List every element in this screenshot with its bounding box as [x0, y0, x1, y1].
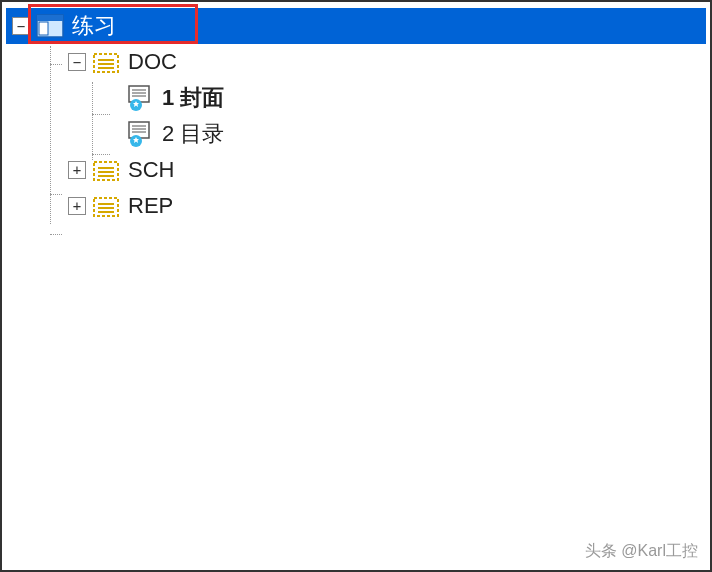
tree-item-doc-label: DOC	[128, 49, 177, 75]
project-tree: − 练习 − DOC	[2, 2, 710, 230]
tree-item-rep-label: REP	[128, 193, 173, 219]
svg-rect-1	[37, 15, 63, 21]
tree-item-sch-label: SCH	[128, 157, 174, 183]
tree-item-root[interactable]: − 练习	[6, 8, 706, 44]
tree-item-doc[interactable]: − DOC	[6, 44, 706, 80]
expand-toggle-rep[interactable]: +	[68, 197, 86, 215]
tree-item-sch[interactable]: + SCH	[6, 152, 706, 188]
collapse-toggle-root[interactable]: −	[12, 17, 30, 35]
tree-item-page2[interactable]: 2 目录	[6, 116, 706, 152]
new-page-icon	[126, 84, 154, 112]
collapse-toggle-doc[interactable]: −	[68, 53, 86, 71]
tree-item-page1[interactable]: 1 封面	[6, 80, 706, 116]
project-icon	[36, 12, 64, 40]
tree-item-page1-label: 1 封面	[162, 83, 224, 113]
svg-rect-2	[39, 22, 48, 35]
svg-rect-12	[129, 122, 149, 138]
new-page-icon	[126, 120, 154, 148]
svg-rect-7	[129, 86, 149, 102]
expand-toggle-sch[interactable]: +	[68, 161, 86, 179]
folder-icon	[92, 156, 120, 184]
folder-icon	[92, 192, 120, 220]
tree-item-root-label: 练习	[72, 11, 116, 41]
watermark: 头条 @Karl工控	[585, 541, 698, 562]
tree-item-rep[interactable]: + REP	[6, 188, 706, 224]
folder-icon	[92, 48, 120, 76]
tree-item-page2-label: 2 目录	[162, 119, 224, 149]
